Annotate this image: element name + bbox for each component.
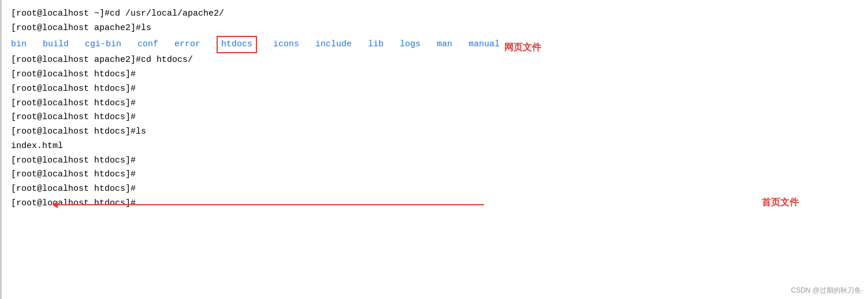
ls-item-build: build <box>43 38 69 52</box>
terminal-line-empty-2: [root@localhost htdocs]# <box>11 82 859 97</box>
cmd-2: ls <box>141 21 151 36</box>
terminal-line-empty-5: [root@localhost htdocs]# <box>11 154 859 168</box>
ls-item-error: error <box>174 38 200 52</box>
ls-item-man: man <box>437 38 452 52</box>
terminal-line-empty-6: [root@localhost htdocs]# <box>11 168 859 182</box>
ls-output-line: bin build cgi-bin conf error htdocs icon… <box>11 36 859 54</box>
prompt-2: [root@localhost apache2]# <box>11 21 141 36</box>
terminal-container: [root@localhost ~]# cd /usr/local/apache… <box>0 0 868 299</box>
terminal-line-cd-htdocs: [root@localhost apache2]# cd htdocs/ <box>11 53 859 68</box>
terminal-line-ls2: [root@localhost htdocs]# ls <box>11 125 859 139</box>
arrow-index-line <box>57 204 484 205</box>
terminal-line-1: [root@localhost ~]# cd /usr/local/apache… <box>11 7 859 21</box>
terminal-line-empty-1: [root@localhost htdocs]# <box>11 68 859 82</box>
prompt-cd-htdocs: [root@localhost apache2]# <box>11 53 141 68</box>
prompt-empty-4: [root@localhost htdocs]# <box>11 110 136 125</box>
annotation-indexfile: 首页文件 <box>762 197 799 209</box>
htdocs-box: htdocs <box>217 36 257 54</box>
prompt-empty-3: [root@localhost htdocs]# <box>11 97 136 111</box>
cmd-cd-htdocs: cd htdocs/ <box>141 53 193 68</box>
ls-item-conf: conf <box>137 38 158 52</box>
terminal-line-empty-3: [root@localhost htdocs]# <box>11 97 859 111</box>
terminal-line-index: index.html <box>11 139 859 154</box>
cmd-ls2: ls <box>136 125 146 139</box>
ls-item-logs: logs <box>400 38 420 52</box>
prompt-1: [root@localhost ~]# <box>11 7 110 21</box>
cmd-1: cd /usr/local/apache2/ <box>110 7 224 21</box>
terminal-line-empty-4: [root@localhost htdocs]# <box>11 110 859 125</box>
prompt-empty-5: [root@localhost htdocs]# <box>11 154 136 168</box>
ls-item-manual: manual <box>468 38 500 52</box>
terminal-content: [root@localhost ~]# cd /usr/local/apache… <box>11 7 859 211</box>
terminal-line-empty-7: [root@localhost htdocs]# <box>11 182 859 197</box>
ls-item-cgibin: cgi-bin <box>85 38 121 52</box>
ls-item-icons: icons <box>273 38 299 52</box>
index-html-text: index.html <box>11 139 63 154</box>
annotation-webfile: 网页文件 <box>504 42 541 54</box>
ls-item-lib: lib <box>368 38 383 52</box>
prompt-empty-7: [root@localhost htdocs]# <box>11 182 136 197</box>
prompt-empty-1: [root@localhost htdocs]# <box>11 68 136 82</box>
watermark: CSDN @过期的秋刀鱼- <box>791 286 863 296</box>
ls-item-include: include <box>315 38 352 52</box>
ls-item-htdocs: htdocs <box>217 36 257 54</box>
terminal-line-2: [root@localhost apache2]# ls <box>11 21 859 36</box>
prompt-ls2: [root@localhost htdocs]# <box>11 125 136 139</box>
prompt-empty-2: [root@localhost htdocs]# <box>11 82 136 97</box>
prompt-empty-6: [root@localhost htdocs]# <box>11 168 136 182</box>
ls-item-bin: bin <box>11 38 27 52</box>
